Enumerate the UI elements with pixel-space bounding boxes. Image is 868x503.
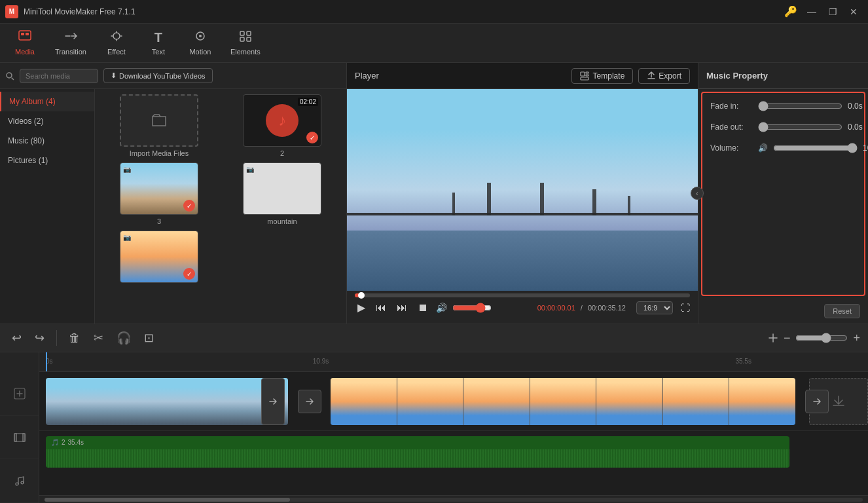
video3-thumb[interactable]: 📷 ✓ <box>120 162 198 215</box>
add-track-button[interactable] <box>0 372 39 416</box>
fade-out-slider[interactable] <box>758 122 842 132</box>
audio-button[interactable]: 🎧 <box>113 328 135 348</box>
volume-icon: 🔊 <box>436 303 447 313</box>
volume-property-slider[interactable] <box>773 143 858 153</box>
fade-in-slider[interactable] <box>758 101 842 111</box>
svg-point-19 <box>16 483 18 485</box>
toolbar-effect[interactable]: Effect <box>97 28 136 58</box>
download-youtube-button[interactable]: ⬇ Download YouTube Videos <box>103 68 213 83</box>
video-clip-1[interactable] <box>46 378 288 425</box>
ruler-mark-2: 35.5s <box>735 358 751 365</box>
svg-rect-0 <box>19 31 31 40</box>
cut-button[interactable]: ✂ <box>90 328 107 348</box>
crop-button[interactable]: ⊡ <box>140 328 158 348</box>
fade-out-label: Fade out: <box>710 122 753 132</box>
progress-bar[interactable] <box>355 293 690 297</box>
volume-row: Volume: 🔊 100% <box>710 143 856 153</box>
sidebar-music-label: Music (80) <box>8 136 45 145</box>
close-button[interactable]: ✕ <box>844 5 863 19</box>
audio-clip[interactable]: 🎵 2 35.4s <box>46 436 789 468</box>
toolbar-media[interactable]: Media <box>5 28 45 58</box>
minimize-button[interactable]: — <box>803 5 821 19</box>
bridge <box>347 180 698 231</box>
left-panel-body: My Album (4) Videos (2) Music (80) Pictu… <box>0 89 346 324</box>
music-thumb[interactable]: ♪ 02:02 ✓ <box>243 94 321 147</box>
transition-arrow[interactable] <box>261 378 285 425</box>
bridge-pillar <box>540 183 544 215</box>
window-controls: — ❐ ✕ <box>803 5 863 19</box>
aspect-ratio-select[interactable]: 16:9 4:3 1:1 9:16 <box>636 301 673 314</box>
zoom-out-button[interactable]: − <box>784 331 791 345</box>
scrollbar-track[interactable] <box>45 498 863 502</box>
mountain-thumb[interactable]: 📷 <box>243 162 321 215</box>
next-frame-button[interactable]: ⏭ <box>394 301 410 315</box>
toolbar-motion-label: Motion <box>189 48 211 56</box>
toolbar-effect-label: Effect <box>107 48 126 56</box>
small-video-thumb[interactable]: 📷 ✓ <box>120 231 198 283</box>
transition-between-clips[interactable] <box>298 390 321 413</box>
text-icon: T <box>154 30 162 45</box>
zoom-controls: − + <box>768 331 860 345</box>
media-sidebar: My Album (4) Videos (2) Music (80) Pictu… <box>0 89 95 324</box>
music-label: 2 <box>280 149 284 157</box>
total-time: 00:00:35.12 <box>588 304 626 312</box>
toolbar-text[interactable]: T Text <box>139 28 178 58</box>
player-area: Player Template Export <box>347 63 698 324</box>
toolbar-media-label: Media <box>15 48 35 56</box>
template-button[interactable]: Template <box>571 68 634 84</box>
music-property-title: Music Property <box>706 71 768 81</box>
svg-point-3 <box>113 33 120 39</box>
template-label: Template <box>593 71 625 81</box>
sidebar-item-music[interactable]: Music (80) <box>0 131 94 151</box>
fade-in-value: 0.0s <box>848 102 863 111</box>
prev-frame-button[interactable]: ⏮ <box>373 301 389 315</box>
player-video[interactable] <box>347 89 698 291</box>
search-icon <box>5 71 14 81</box>
volume-slider[interactable] <box>452 303 492 313</box>
fullscreen-button[interactable]: ⛶ <box>681 303 690 313</box>
reset-button[interactable]: Reset <box>824 304 860 318</box>
search-input[interactable] <box>20 69 98 83</box>
export-button[interactable]: Export <box>638 68 690 84</box>
add-clip-button[interactable] <box>805 390 829 413</box>
clip-thumbnail-2b <box>397 378 463 425</box>
app-title: MiniTool MovieMaker Free 7.1.1 <box>24 7 784 16</box>
media-icon <box>18 30 31 45</box>
motion-icon <box>194 30 207 45</box>
import-media-button[interactable] <box>120 94 198 147</box>
undo-button[interactable]: ↩ <box>8 328 26 348</box>
video-clip-2[interactable] <box>331 378 795 425</box>
collapse-panel-button[interactable]: ‹ <box>691 187 704 200</box>
zoom-slider[interactable] <box>795 333 848 343</box>
svg-point-5 <box>199 35 202 37</box>
maximize-button[interactable]: ❐ <box>823 5 842 19</box>
play-button[interactable]: ▶ <box>355 300 368 315</box>
clip-thumbnail-2g <box>729 378 795 425</box>
toolbar-motion[interactable]: Motion <box>181 28 220 58</box>
playhead[interactable] <box>46 352 47 371</box>
sidebar-item-videos[interactable]: Videos (2) <box>0 111 94 131</box>
svg-rect-13 <box>586 75 588 76</box>
sidebar-item-myalbum[interactable]: My Album (4) <box>0 92 94 111</box>
main-content: ⬇ Download YouTube Videos My Album (4) V… <box>0 63 868 324</box>
video3-label: 3 <box>157 217 161 225</box>
player-header: Player Template Export <box>347 63 698 89</box>
video-icon: 📷 <box>123 166 131 173</box>
download-youtube-label: Download YouTube Videos <box>119 72 206 80</box>
key-icon: 🔑 <box>784 5 797 18</box>
sidebar-item-pictures[interactable]: Pictures (1) <box>0 151 94 170</box>
delete-button[interactable]: 🗑 <box>65 329 84 348</box>
toolbar-transition[interactable]: Transition <box>47 28 94 58</box>
redo-button[interactable]: ↪ <box>31 328 48 348</box>
add-clip-icon <box>812 396 822 407</box>
zoom-in-button[interactable]: + <box>853 331 860 345</box>
toolbar-elements-label: Elements <box>230 48 261 56</box>
scrollbar-thumb[interactable] <box>45 498 290 502</box>
bridge-pillar <box>592 189 596 215</box>
audio-duration: 35.4s <box>68 439 84 446</box>
svg-rect-12 <box>586 72 588 73</box>
svg-rect-2 <box>26 33 29 35</box>
fade-out-row: Fade out: 0.0s <box>710 122 856 132</box>
toolbar-elements[interactable]: Elements <box>223 28 268 58</box>
stop-button[interactable]: ⏹ <box>415 301 431 315</box>
